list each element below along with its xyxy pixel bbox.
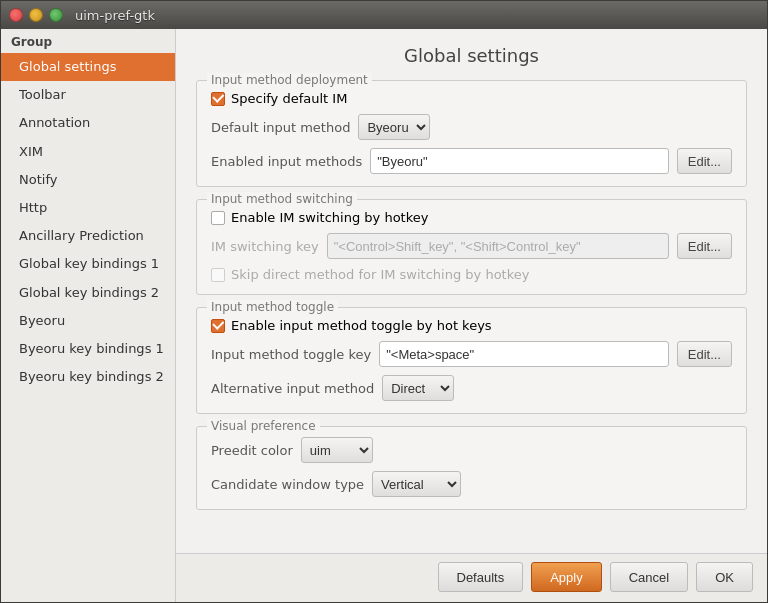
apply-button[interactable]: Apply [531, 562, 602, 592]
maximize-button[interactable] [49, 8, 63, 22]
minimize-button[interactable] [29, 8, 43, 22]
section-input-method-switching: Input method switching Enable IM switchi… [196, 199, 747, 295]
defaults-button[interactable]: Defaults [438, 562, 524, 592]
enable-toggle-label: Enable input method toggle by hot keys [231, 318, 492, 333]
im-switching-key-input [327, 233, 669, 259]
alternative-im-row: Alternative input method Direct Byeoru X… [211, 375, 732, 401]
titlebar: uim-pref-gtk [1, 1, 767, 29]
cancel-button[interactable]: Cancel [610, 562, 688, 592]
default-input-method-label: Default input method [211, 120, 350, 135]
toggle-key-edit-button[interactable]: Edit... [677, 341, 732, 367]
sidebar-item-ancillary-prediction[interactable]: Ancillary Prediction [1, 222, 175, 250]
toggle-key-input[interactable] [379, 341, 669, 367]
skip-direct-row: Skip direct method for IM switching by h… [211, 267, 732, 282]
sidebar-item-http[interactable]: Http [1, 194, 175, 222]
section-input-method-toggle: Input method toggle Enable input method … [196, 307, 747, 414]
sidebar-item-global-key-bindings-1[interactable]: Global key bindings 1 [1, 250, 175, 278]
close-button[interactable] [9, 8, 23, 22]
toggle-key-label: Input method toggle key [211, 347, 371, 362]
sidebar-item-annotation[interactable]: Annotation [1, 109, 175, 137]
alternative-im-select[interactable]: Direct Byeoru XIM [382, 375, 454, 401]
page-title: Global settings [196, 45, 747, 66]
specify-default-im-label: Specify default IM [231, 91, 347, 106]
skip-direct-checkbox [211, 268, 225, 282]
enable-toggle-checkbox[interactable] [211, 319, 225, 333]
candidate-window-type-row: Candidate window type Vertical Horizonta… [211, 471, 732, 497]
content-area: Group Global settings Toolbar Annotation… [1, 29, 767, 602]
specify-default-im-checkbox[interactable] [211, 92, 225, 106]
sidebar-item-toolbar[interactable]: Toolbar [1, 81, 175, 109]
section-label-deployment: Input method deployment [207, 73, 372, 87]
enable-im-switching-checkbox[interactable] [211, 211, 225, 225]
section-label-visual: Visual preference [207, 419, 320, 433]
enabled-input-methods-label: Enabled input methods [211, 154, 362, 169]
im-switching-key-row: IM switching key Edit... [211, 233, 732, 259]
toggle-key-row: Input method toggle key Edit... [211, 341, 732, 367]
sidebar-group-label: Group [1, 29, 175, 53]
sidebar-item-global-settings[interactable]: Global settings [1, 53, 175, 81]
alternative-im-label: Alternative input method [211, 381, 374, 396]
sidebar-item-byeoru[interactable]: Byeoru [1, 307, 175, 335]
enabled-input-methods-row: Enabled input methods Edit... [211, 148, 732, 174]
skip-direct-label: Skip direct method for IM switching by h… [231, 267, 529, 282]
footer: Defaults Apply Cancel OK [176, 553, 767, 602]
default-input-method-select[interactable]: Byeoru Direct XIM [358, 114, 430, 140]
im-switching-key-edit-button: Edit... [677, 233, 732, 259]
enable-im-switching-row: Enable IM switching by hotkey [211, 210, 732, 225]
enabled-input-methods-input[interactable] [370, 148, 669, 174]
preedit-color-select[interactable]: uim system [301, 437, 373, 463]
sidebar-item-notify[interactable]: Notify [1, 166, 175, 194]
ok-button[interactable]: OK [696, 562, 753, 592]
candidate-window-type-select[interactable]: Vertical Horizontal [372, 471, 461, 497]
section-label-switching: Input method switching [207, 192, 357, 206]
enable-im-switching-label: Enable IM switching by hotkey [231, 210, 428, 225]
enable-toggle-row: Enable input method toggle by hot keys [211, 318, 732, 333]
default-input-method-row: Default input method Byeoru Direct XIM [211, 114, 732, 140]
main-content: Global settings Input method deployment … [176, 29, 767, 553]
sidebar: Group Global settings Toolbar Annotation… [1, 29, 176, 602]
preedit-color-row: Preedit color uim system [211, 437, 732, 463]
im-switching-key-label: IM switching key [211, 239, 319, 254]
sidebar-item-xim[interactable]: XIM [1, 138, 175, 166]
sidebar-item-byeoru-key-bindings-1[interactable]: Byeoru key bindings 1 [1, 335, 175, 363]
preedit-color-label: Preedit color [211, 443, 293, 458]
section-label-toggle: Input method toggle [207, 300, 338, 314]
section-input-method-deployment: Input method deployment Specify default … [196, 80, 747, 187]
sidebar-item-byeoru-key-bindings-2[interactable]: Byeoru key bindings 2 [1, 363, 175, 391]
candidate-window-type-label: Candidate window type [211, 477, 364, 492]
section-visual-preference: Visual preference Preedit color uim syst… [196, 426, 747, 510]
window-title: uim-pref-gtk [75, 8, 155, 23]
main-window: uim-pref-gtk Group Global settings Toolb… [0, 0, 768, 603]
sidebar-item-global-key-bindings-2[interactable]: Global key bindings 2 [1, 279, 175, 307]
specify-default-im-row: Specify default IM [211, 91, 732, 106]
enabled-input-methods-edit-button[interactable]: Edit... [677, 148, 732, 174]
main-panel: Global settings Input method deployment … [176, 29, 767, 602]
